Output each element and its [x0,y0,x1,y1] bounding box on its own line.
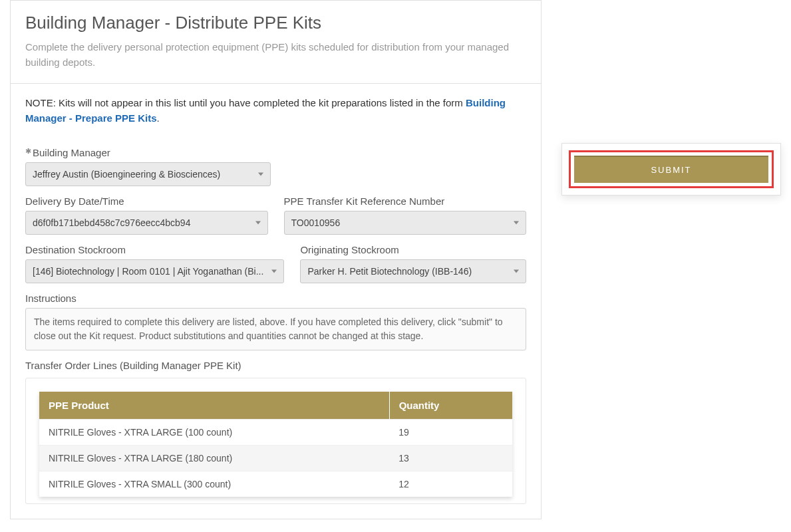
delivery-by-value: d6f0fb171bebd458c7c976eecc4bcb94 [33,217,247,228]
chevron-down-icon [258,173,263,176]
orig-stockroom-label: Originating Stockroom [300,244,526,255]
col-header-quantity: Quantity [389,392,512,420]
delivery-by-label: Delivery By Date/Time [25,196,268,207]
kit-ref-select[interactable]: TO0010956 [284,211,527,235]
table-row: NITRILE Gloves - XTRA LARGE (100 count) … [39,420,512,446]
building-manager-value: Jeffrey Austin (Bioengineering & Bioscie… [33,169,250,180]
chevron-down-icon [255,221,261,225]
main-form-panel: Building Manager - Distribute PPE Kits C… [10,0,542,519]
note-prefix: NOTE: Kits will not appear in this list … [25,97,466,108]
note-suffix: . [157,112,160,124]
side-panel: SUBMIT [561,0,781,519]
col-header-product: PPE Product [39,392,389,420]
submit-button[interactable]: SUBMIT [574,156,768,183]
building-manager-select[interactable]: Jeffrey Austin (Bioengineering & Bioscie… [25,162,271,186]
required-icon: ✱ [25,147,31,155]
cell-product: NITRILE Gloves - XTRA LARGE (100 count) [39,420,389,446]
transfer-table-container: PPE Product Quantity NITRILE Gloves - XT… [25,378,526,504]
building-manager-label: ✱Building Manager [25,147,271,158]
cell-quantity: 19 [389,420,512,446]
note-section: NOTE: Kits will not appear in this list … [11,84,541,138]
cell-quantity: 12 [389,471,512,497]
table-row: NITRILE Gloves - XTRA LARGE (180 count) … [39,446,512,471]
orig-stockroom-value: Parker H. Petit Biotechnology (IBB-146) [307,266,506,277]
chevron-down-icon [514,270,519,273]
form-section: ✱Building Manager Jeffrey Austin (Bioeng… [11,147,541,519]
table-row: NITRILE Gloves - XTRA SMALL (300 count) … [39,471,512,497]
transfer-order-label: Transfer Order Lines (Building Manager P… [25,360,526,371]
kit-ref-label: PPE Transfer Kit Reference Number [284,196,527,207]
page-subtitle: Complete the delivery personal protectio… [25,40,526,70]
submit-highlight-box: SUBMIT [569,150,774,188]
submit-card: SUBMIT [561,143,781,196]
orig-stockroom-select[interactable]: Parker H. Petit Biotechnology (IBB-146) [300,259,526,283]
dest-stockroom-label: Destination Stockroom [25,244,284,255]
chevron-down-icon [514,221,519,225]
instructions-label: Instructions [25,293,526,304]
cell-quantity: 13 [389,446,512,471]
page-title: Building Manager - Distribute PPE Kits [25,13,526,33]
cell-product: NITRILE Gloves - XTRA SMALL (300 count) [39,471,389,497]
instructions-text: The items required to complete this deli… [25,308,526,350]
kit-ref-value: TO0010956 [291,217,506,228]
delivery-by-select[interactable]: d6f0fb171bebd458c7c976eecc4bcb94 [25,211,268,235]
chevron-down-icon [271,270,277,273]
cell-product: NITRILE Gloves - XTRA LARGE (180 count) [39,446,389,471]
header-section: Building Manager - Distribute PPE Kits C… [11,1,541,84]
dest-stockroom-value: [146] Biotechnology | Room 0101 | Ajit Y… [33,266,263,277]
ppe-table: PPE Product Quantity NITRILE Gloves - XT… [39,392,512,497]
dest-stockroom-select[interactable]: [146] Biotechnology | Room 0101 | Ajit Y… [25,259,284,283]
